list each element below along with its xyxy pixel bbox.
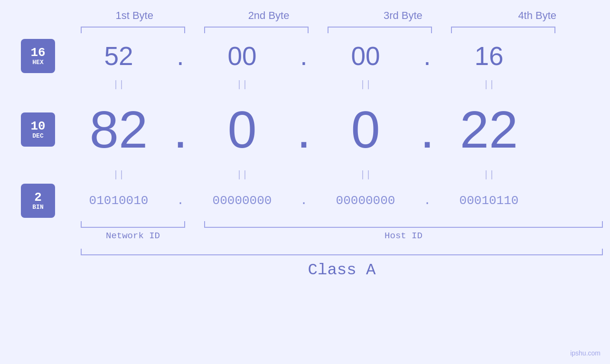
pipe-1-b2: ||	[190, 79, 294, 90]
pipe-1-b4: ||	[437, 79, 541, 90]
bin-sep2: .	[294, 194, 313, 208]
dec-b2: 0	[190, 103, 294, 156]
bin-b1: 01010010	[66, 194, 171, 208]
net-id-bracket	[81, 221, 185, 228]
host-id-label: Host ID	[204, 231, 603, 241]
dec-badge-label: DEC	[32, 132, 43, 140]
dec-badge-number: 10	[30, 120, 45, 132]
pipe-1-b1: ||	[66, 79, 171, 90]
dec-values: 82 . 0 . 0 . 22	[66, 103, 610, 156]
dec-badge: 10 DEC	[21, 112, 55, 147]
top-brackets	[81, 27, 603, 33]
dec-sep2: .	[294, 103, 313, 156]
hex-b1: 52	[66, 41, 171, 71]
bin-sep3: .	[418, 194, 437, 208]
bin-badge-holder: 2 BIN	[0, 184, 66, 218]
network-id-label: Network ID	[81, 231, 185, 241]
hex-row: 16 HEX 52 . 00 . 00 . 16	[0, 37, 610, 75]
bracket-byte4	[451, 27, 555, 33]
byte2-label: 2nd Byte	[216, 9, 321, 22]
byte1-label: 1st Byte	[82, 9, 187, 22]
pipe-2-b1: ||	[66, 169, 171, 180]
hex-sep1: .	[171, 41, 190, 71]
pipe-2-b4: ||	[437, 169, 541, 180]
pipe-row-2: || || || ||	[0, 165, 610, 184]
bin-row: 2 BIN 01010010 . 00000000 . 00000000 . 0…	[0, 184, 610, 217]
dec-row: 10 DEC 82 . 0 . 0 . 22	[0, 94, 610, 165]
hex-sep2: .	[294, 41, 313, 71]
id-labels: Network ID Host ID	[81, 231, 603, 241]
bracket-byte3	[328, 27, 432, 33]
hex-badge-holder: 16 HEX	[0, 39, 66, 73]
bin-sep1: .	[171, 194, 190, 208]
bin-b2: 00000000	[190, 194, 294, 208]
hex-badge-label: HEX	[32, 59, 43, 66]
bin-b4: 00010110	[437, 194, 541, 208]
byte-headers: 1st Byte 2nd Byte 3rd Byte 4th Byte	[80, 9, 592, 22]
byte3-label: 3rd Byte	[351, 9, 455, 22]
pipe-row-1: || || || ||	[0, 75, 610, 94]
hex-b3: 00	[313, 41, 418, 71]
bin-values: 01010010 . 00000000 . 00000000 . 0001011…	[66, 194, 610, 208]
full-bracket	[81, 249, 603, 255]
hex-sep3: .	[418, 41, 437, 71]
watermark: ipshu.com	[570, 349, 601, 357]
bottom-brackets	[81, 221, 603, 228]
pipe-1-b3: ||	[313, 79, 418, 90]
dec-b1: 82	[66, 103, 171, 156]
main-container: 1st Byte 2nd Byte 3rd Byte 4th Byte 16 H…	[0, 0, 610, 364]
hex-b4: 16	[437, 41, 541, 71]
host-id-bracket	[204, 221, 603, 228]
pipe-2-b2: ||	[190, 169, 294, 180]
byte4-label: 4th Byte	[485, 9, 590, 22]
bin-badge-label: BIN	[32, 204, 43, 211]
dec-b4: 22	[437, 103, 541, 156]
hex-badge-number: 16	[30, 47, 45, 59]
hex-b2: 00	[190, 41, 294, 71]
bin-badge-number: 2	[34, 191, 42, 204]
dec-sep3: .	[418, 103, 437, 156]
dec-b3: 0	[313, 103, 418, 156]
hex-values: 52 . 00 . 00 . 16	[66, 41, 610, 71]
bin-b3: 00000000	[313, 194, 418, 208]
dec-sep1: .	[171, 103, 190, 156]
bracket-byte1	[81, 27, 185, 33]
hex-badge: 16 HEX	[21, 39, 55, 73]
dec-badge-holder: 10 DEC	[0, 112, 66, 147]
bin-badge: 2 BIN	[21, 184, 55, 218]
class-label: Class A	[81, 261, 603, 279]
pipe-2-b3: ||	[313, 169, 418, 180]
bracket-byte2	[204, 27, 309, 33]
